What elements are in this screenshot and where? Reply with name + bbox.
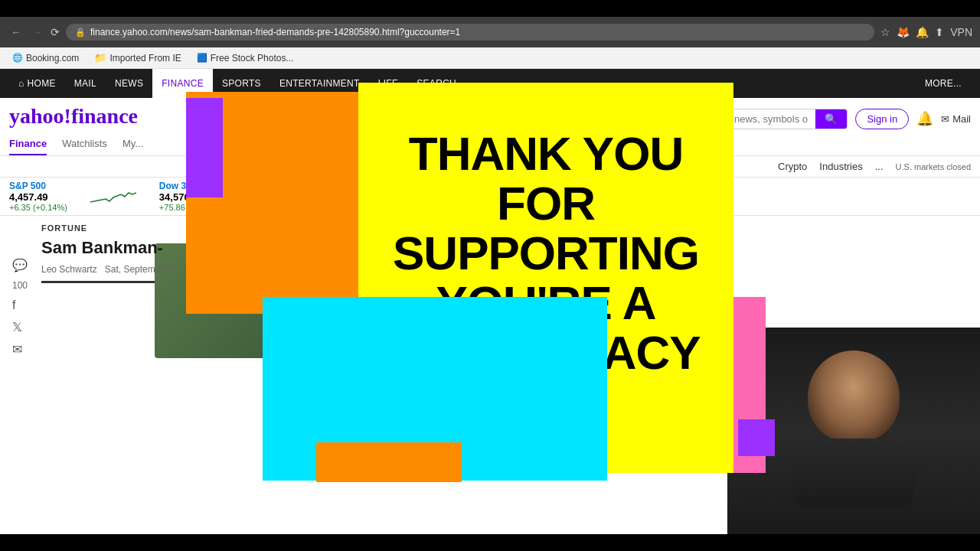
stock-photos-favicon: 🟦 (197, 53, 207, 63)
nav-more-label: MORE... (925, 78, 962, 89)
mail-label: Mail (952, 113, 971, 125)
nav-buttons: ← → ⟳ (8, 24, 60, 40)
overlay-line2: FOR (497, 177, 595, 230)
bookmark-booking[interactable]: 🌐 Booking.com (6, 51, 85, 65)
tab-finance[interactable]: Finance (9, 133, 47, 155)
browser-actions: ☆ 🦊 🔔 ⬆ VPN (880, 26, 972, 38)
overlay-purple-small (738, 419, 775, 456)
market-sp500: S&P 500 4,457.49 +6.35 (+0.14%) (9, 181, 67, 212)
bookmark-imported-label: Imported From IE (109, 53, 181, 64)
sp500-value: 4,457.49 (9, 191, 67, 203)
sp500-chart (90, 187, 136, 206)
black-bar-bottom (0, 534, 980, 551)
nav-home[interactable]: ⌂ HOME (9, 69, 65, 98)
nav-home-label: HOME (28, 78, 56, 89)
twitter-icon[interactable]: 𝕏 (12, 320, 32, 334)
url-text: finance.yahoo.com/news/sam-bankman-fried… (90, 27, 460, 37)
home-icon: ⌂ (18, 78, 24, 89)
nav-sports-label: SPORTS (222, 78, 261, 89)
overlay-orange-bottom (316, 442, 462, 482)
tab-more-dots[interactable]: ... (875, 161, 884, 172)
search-button[interactable]: 🔍 (815, 109, 847, 129)
comment-count: 100 (12, 280, 32, 291)
sp500-change: +6.35 (+0.14%) (9, 203, 67, 212)
alerts-icon[interactable]: 🔔 (916, 26, 929, 38)
browser-chrome: ← → ⟳ 🔒 finance.yahoo.com/news/sam-bankm… (0, 17, 980, 47)
nav-news[interactable]: NEWS (106, 69, 152, 98)
nav-more[interactable]: MORE... (916, 69, 971, 98)
mail-link[interactable]: ✉ Mail (941, 113, 971, 125)
address-bar[interactable]: 🔒 finance.yahoo.com/news/sam-bankman-fri… (66, 24, 874, 41)
folder-icon: 📁 (94, 52, 106, 64)
nav-news-label: NEWS (115, 78, 143, 89)
facebook-icon[interactable]: f (12, 298, 32, 312)
extensions-icon[interactable]: 🦊 (897, 26, 910, 38)
share-icon[interactable]: ⬆ (935, 26, 944, 38)
markets-status: U.S. markets closed (896, 162, 971, 171)
overlay-purple-bar (186, 98, 223, 197)
signin-button[interactable]: Sign in (855, 109, 909, 129)
lock-icon: 🔒 (75, 28, 86, 37)
headline-part1: Sam Bankman- (41, 238, 163, 257)
email-share-icon[interactable]: ✉ (12, 342, 32, 357)
overlay-line3: SUPPORTING (393, 227, 699, 279)
nav-mail[interactable]: MAIL (65, 69, 106, 98)
booking-favicon: 🌐 (12, 53, 23, 63)
bookmark-stock-photos-label: Free Stock Photos... (211, 53, 294, 64)
bookmark-stock-photos[interactable]: 🟦 Free Stock Photos... (191, 51, 300, 65)
overlay-line1: THANK YOU (409, 127, 683, 180)
tab-crypto[interactable]: Crypto (778, 161, 807, 172)
social-icons: 💬 100 f 𝕏 ✉ (9, 258, 32, 357)
vpn-icon[interactable]: VPN (950, 26, 972, 38)
forward-button[interactable]: → (29, 24, 46, 40)
comment-icon[interactable]: 💬 (12, 258, 32, 272)
black-bar-top (0, 0, 980, 17)
notification-bell-icon[interactable]: 🔔 (916, 110, 933, 127)
bookmark-icon[interactable]: ☆ (880, 26, 890, 38)
nav-finance-label: FINANCE (162, 78, 204, 89)
tab-my[interactable]: My... (122, 133, 143, 155)
back-button[interactable]: ← (8, 24, 24, 40)
mail-icon: ✉ (941, 113, 949, 125)
refresh-button[interactable]: ⟳ (51, 26, 60, 38)
sp500-name[interactable]: S&P 500 (9, 181, 67, 191)
bookmarks-bar: 🌐 Booking.com 📁 Imported From IE 🟦 Free … (0, 47, 980, 69)
tab-industries[interactable]: Industries (819, 161, 862, 172)
tab-watchlists[interactable]: Watchlists (62, 133, 107, 155)
article-author: Leo Schwartz (41, 264, 97, 275)
nav-entertainment-label: ENTERTAINMENT (279, 78, 360, 89)
nav-mail-label: MAIL (74, 78, 96, 89)
logo-text: yahoo!finance (9, 104, 138, 128)
bookmark-imported[interactable]: 📁 Imported From IE (88, 51, 187, 65)
bookmark-booking-label: Booking.com (26, 53, 79, 64)
yahoo-finance-logo: yahoo!finance (9, 104, 138, 129)
